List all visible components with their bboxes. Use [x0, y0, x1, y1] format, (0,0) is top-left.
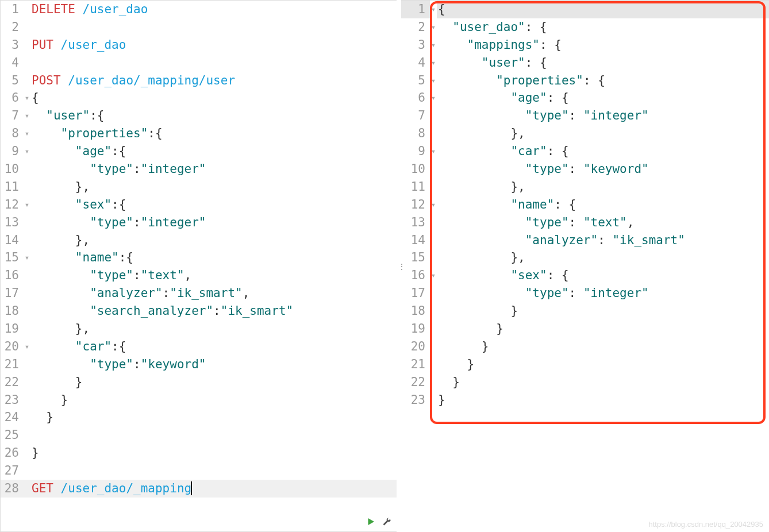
- code-line[interactable]: 22▾ }: [401, 373, 769, 391]
- code-text[interactable]: "type":"integer": [30, 162, 206, 176]
- code-text[interactable]: "mappings": {: [437, 38, 562, 52]
- code-text[interactable]: }: [437, 304, 518, 318]
- fold-toggle-icon[interactable]: ▾: [24, 196, 30, 214]
- code-text[interactable]: "type":"keyword": [30, 357, 206, 371]
- fold-toggle-icon[interactable]: ▾: [24, 125, 30, 142]
- fold-toggle-icon[interactable]: ▾: [24, 249, 30, 267]
- code-text[interactable]: }: [30, 446, 39, 460]
- response-panel[interactable]: ⋮ 1▾{2▾ "user_dao": {3▾ "mappings": {4▾ …: [401, 0, 769, 532]
- code-line[interactable]: 24▾ }: [1, 408, 397, 426]
- code-line[interactable]: 13▾ "type":"integer": [1, 214, 397, 232]
- code-text[interactable]: "sex": {: [437, 268, 569, 282]
- code-text[interactable]: }: [30, 393, 68, 407]
- fold-toggle-icon[interactable]: ▾: [430, 72, 437, 90]
- code-text[interactable]: },: [30, 322, 90, 336]
- code-line[interactable]: 8▾ },: [401, 125, 769, 142]
- code-text[interactable]: "type": "keyword": [437, 162, 649, 176]
- fold-toggle-icon[interactable]: ▾: [430, 267, 437, 284]
- code-text[interactable]: }: [30, 375, 83, 389]
- code-text[interactable]: "properties":{: [30, 126, 163, 140]
- code-text[interactable]: },: [30, 233, 90, 247]
- code-text[interactable]: }: [437, 322, 503, 336]
- code-text[interactable]: "type":"integer": [30, 215, 206, 229]
- fold-toggle-icon[interactable]: ▾: [24, 107, 30, 125]
- code-line[interactable]: 23▾ }: [1, 391, 397, 409]
- fold-toggle-icon[interactable]: ▾: [430, 89, 437, 107]
- code-text[interactable]: }: [437, 393, 445, 407]
- fold-toggle-icon[interactable]: ▾: [430, 36, 437, 54]
- code-text[interactable]: [30, 428, 46, 442]
- code-text[interactable]: }: [437, 357, 474, 371]
- code-line[interactable]: 19▾ }: [401, 320, 769, 338]
- code-line[interactable]: 15▾ "name":{: [1, 249, 397, 267]
- code-text[interactable]: "search_analyzer":"ik_smart": [30, 304, 293, 318]
- fold-toggle-icon[interactable]: ▾: [24, 338, 30, 356]
- code-line[interactable]: 28▾GET /user_dao/_mapping: [1, 480, 397, 498]
- code-line[interactable]: 14▾ },: [1, 232, 397, 249]
- code-text[interactable]: "analyzer":"ik_smart",: [30, 286, 249, 300]
- code-line[interactable]: 4▾ "user": {: [401, 54, 769, 72]
- code-line[interactable]: 21▾ }: [401, 356, 769, 373]
- code-text[interactable]: },: [30, 180, 90, 194]
- code-line[interactable]: 16▾ "sex": {: [401, 267, 769, 284]
- code-text[interactable]: "car":{: [30, 340, 126, 353]
- code-line[interactable]: 1▾DELETE /user_dao: [1, 1, 397, 18]
- code-line[interactable]: 10▾ "type": "keyword": [401, 160, 769, 178]
- code-line[interactable]: 16▾ "type":"text",: [1, 267, 397, 284]
- code-line[interactable]: 25▾: [1, 426, 397, 444]
- code-line[interactable]: 22▾ }: [1, 373, 397, 391]
- fold-toggle-icon[interactable]: ▾: [430, 196, 437, 214]
- code-line[interactable]: 8▾ "properties":{: [1, 125, 397, 142]
- code-text[interactable]: }: [30, 410, 53, 424]
- code-text[interactable]: "user_dao": {: [437, 20, 547, 34]
- fold-toggle-icon[interactable]: ▾: [430, 54, 437, 72]
- code-line[interactable]: 9▾ "car": {: [401, 142, 769, 160]
- code-line[interactable]: 18▾ }: [401, 302, 769, 320]
- fold-toggle-icon[interactable]: ▾: [430, 142, 437, 160]
- code-line[interactable]: 26▾}: [1, 444, 397, 462]
- code-text[interactable]: POST /user_dao/_mapping/user: [30, 74, 235, 87]
- code-text[interactable]: }: [437, 375, 460, 389]
- code-text[interactable]: "type": "text",: [437, 215, 634, 229]
- code-text[interactable]: [30, 20, 32, 34]
- code-line[interactable]: 12▾ "name": {: [401, 196, 769, 214]
- code-line[interactable]: 2▾: [1, 18, 397, 36]
- code-line[interactable]: 20▾ "car":{: [1, 338, 397, 356]
- code-line[interactable]: 2▾ "user_dao": {: [401, 18, 769, 36]
- fold-toggle-icon[interactable]: ▾: [24, 89, 30, 107]
- code-line[interactable]: 7▾ "user":{: [1, 107, 397, 125]
- code-line[interactable]: 18▾ "search_analyzer":"ik_smart": [1, 302, 397, 320]
- code-line[interactable]: 1▾{: [401, 1, 769, 18]
- code-line[interactable]: 17▾ "analyzer":"ik_smart",: [1, 284, 397, 302]
- run-query-icon[interactable]: [366, 516, 376, 530]
- code-line[interactable]: 27▾: [1, 462, 397, 480]
- fold-toggle-icon[interactable]: ▾: [24, 142, 30, 160]
- code-text[interactable]: {: [437, 2, 445, 16]
- code-text[interactable]: "analyzer": "ik_smart": [437, 233, 685, 247]
- fold-toggle-icon[interactable]: ▾: [430, 1, 437, 18]
- code-text[interactable]: {: [30, 91, 39, 105]
- code-text[interactable]: GET /user_dao/_mapping: [30, 481, 192, 495]
- code-text[interactable]: DELETE /user_dao: [30, 2, 148, 16]
- code-line[interactable]: 12▾ "sex":{: [1, 196, 397, 214]
- code-text[interactable]: "type":"text",: [30, 268, 191, 282]
- code-line[interactable]: 11▾ },: [1, 178, 397, 196]
- code-text[interactable]: "type": "integer": [437, 109, 649, 122]
- code-text[interactable]: "car": {: [437, 144, 569, 158]
- code-line[interactable]: 3▾PUT /user_dao: [1, 36, 397, 54]
- code-text[interactable]: "name": {: [437, 198, 576, 211]
- code-line[interactable]: 13▾ "type": "text",: [401, 214, 769, 232]
- splitter-handle-icon[interactable]: ⋮: [398, 265, 406, 268]
- code-text[interactable]: [30, 464, 32, 477]
- code-text[interactable]: PUT /user_dao: [30, 38, 126, 52]
- code-line[interactable]: 20▾ }: [401, 338, 769, 356]
- code-text[interactable]: "user": {: [437, 56, 547, 70]
- fold-toggle-icon[interactable]: ▾: [430, 18, 437, 36]
- code-text[interactable]: },: [437, 250, 525, 264]
- code-text[interactable]: "age": {: [437, 91, 569, 105]
- code-line[interactable]: 7▾ "type": "integer": [401, 107, 769, 125]
- code-text[interactable]: "age":{: [30, 144, 126, 158]
- code-line[interactable]: 4▾: [1, 54, 397, 72]
- request-editor-panel[interactable]: 1▾DELETE /user_dao2▾3▾PUT /user_dao4▾5▾P…: [0, 0, 397, 532]
- code-line[interactable]: 14▾ "analyzer": "ik_smart": [401, 232, 769, 249]
